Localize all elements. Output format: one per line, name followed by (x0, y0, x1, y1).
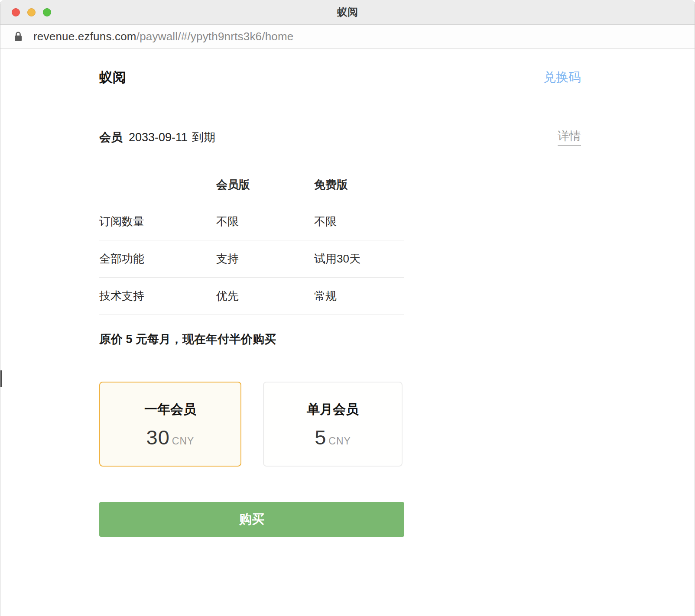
price-currency: CNY (172, 435, 195, 447)
member-value-cell: 不限 (216, 203, 314, 240)
url-text: revenue.ezfuns.com/paywall/#/ypyth9nrts3… (33, 30, 294, 43)
details-link[interactable]: 详情 (558, 128, 581, 146)
window-title: 蚁阅 (337, 5, 358, 19)
plan-name: 一年会员 (100, 401, 240, 418)
membership-suffix: 到期 (192, 131, 215, 144)
title-bar: 蚁阅 (0, 0, 695, 25)
member-value-cell: 优先 (216, 278, 314, 315)
plan-card-yearly[interactable]: 一年会员 30 CNY (99, 382, 241, 467)
window-edge-artifact (0, 370, 2, 387)
free-value-cell: 试用30天 (314, 240, 404, 278)
page-content: 蚁阅 兑换码 会员2033-09-11到期 详情 会员版 免费版 订阅数量 (0, 68, 695, 537)
table-header-row: 会员版 免费版 (99, 177, 404, 203)
table-row: 技术支持 优先 常规 (99, 278, 404, 315)
close-button[interactable] (12, 8, 20, 16)
plan-card-monthly[interactable]: 单月会员 5 CNY (263, 382, 403, 467)
membership-status: 会员2033-09-11到期 (99, 130, 215, 145)
page-header: 蚁阅 兑换码 (99, 68, 581, 87)
address-bar[interactable]: revenue.ezfuns.com/paywall/#/ypyth9nrts3… (0, 25, 695, 49)
feature-cell: 全部功能 (99, 240, 216, 278)
zoom-button[interactable] (43, 8, 51, 16)
plan-name: 单月会员 (264, 401, 402, 418)
redeem-code-link[interactable]: 兑换码 (543, 69, 581, 86)
promo-text: 原价 5 元每月，现在年付半价购买 (99, 331, 581, 347)
feature-cell: 技术支持 (99, 278, 216, 315)
buy-button[interactable]: 购买 (99, 502, 404, 537)
membership-label: 会员 (99, 131, 123, 144)
membership-expiry-date: 2033-09-11 (129, 131, 188, 144)
table-row: 全部功能 支持 试用30天 (99, 240, 404, 278)
traffic-lights (12, 0, 51, 24)
url-domain: revenue.ezfuns.com (33, 30, 136, 43)
membership-row: 会员2033-09-11到期 详情 (99, 128, 581, 146)
free-value-cell: 常规 (314, 278, 404, 315)
feature-cell: 订阅数量 (99, 203, 216, 240)
plan-price: 5 CNY (264, 425, 402, 449)
table-row: 订阅数量 不限 不限 (99, 203, 404, 240)
price-number: 30 (146, 425, 170, 449)
plan-price: 30 CNY (100, 425, 240, 449)
plan-comparison-table: 会员版 免费版 订阅数量 不限 不限 全部功能 支持 试用30天 技术支持 优先 (99, 177, 404, 315)
price-number: 5 (315, 425, 326, 449)
lock-icon (14, 31, 22, 42)
browser-window: 蚁阅 revenue.ezfuns.com/paywall/#/ypyth9nr… (0, 0, 695, 616)
member-value-cell: 支持 (216, 240, 314, 278)
feature-column-header (99, 177, 216, 203)
free-column-header: 免费版 (314, 177, 404, 203)
minimize-button[interactable] (27, 8, 36, 16)
url-path: /paywall/#/ypyth9nrts3k6/home (136, 30, 294, 43)
member-column-header: 会员版 (216, 177, 314, 203)
plan-cards: 一年会员 30 CNY 单月会员 5 CNY (99, 382, 581, 467)
price-currency: CNY (328, 435, 351, 447)
free-value-cell: 不限 (314, 203, 404, 240)
page-title: 蚁阅 (99, 68, 126, 87)
